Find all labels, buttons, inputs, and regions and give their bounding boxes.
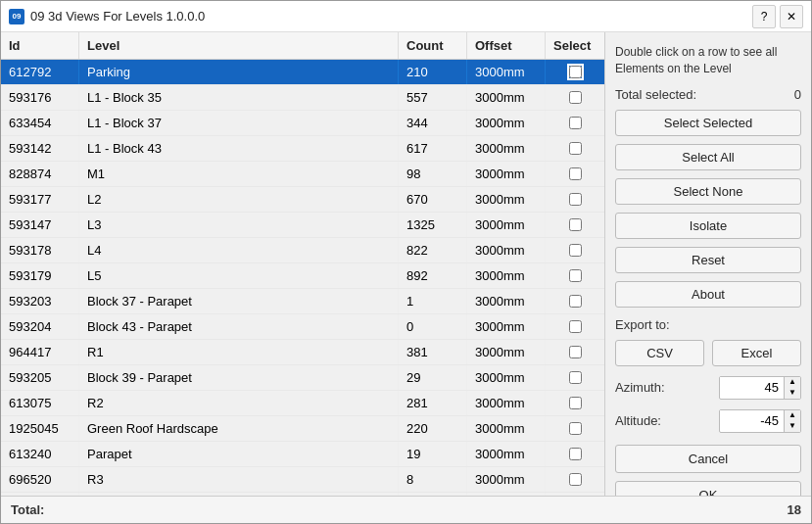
cell-offset: 3000mm (467, 365, 546, 390)
row-checkbox[interactable] (569, 448, 582, 460)
help-button[interactable]: ? (752, 5, 776, 28)
table-row[interactable]: 633454 L1 - Block 37 344 3000mm (1, 111, 604, 136)
row-checkbox[interactable] (569, 91, 582, 104)
cell-offset: 3000mm (467, 314, 546, 339)
title-bar: 09 09 3d Views For Levels 1.0.0.0 ? ✕ (1, 1, 811, 32)
cell-select (546, 468, 604, 491)
table-row[interactable]: 613075 R2 281 3000mm (1, 391, 604, 416)
cancel-button[interactable]: Cancel (615, 445, 801, 473)
cell-id: 593177 (1, 187, 79, 212)
table-row[interactable]: 1925045 Green Roof Hardscape 220 3000mm (1, 416, 604, 442)
total-selected-label: Total selected: (615, 87, 696, 102)
cell-level: L3 (79, 213, 399, 237)
altitude-input[interactable] (720, 410, 784, 431)
azimuth-up-button[interactable]: ▲ (785, 377, 800, 388)
row-checkbox[interactable] (569, 473, 582, 486)
reset-button[interactable]: Reset (615, 247, 801, 273)
row-checkbox[interactable] (569, 295, 582, 308)
row-checkbox[interactable] (569, 371, 582, 384)
table-row[interactable]: 593177 L2 670 3000mm (1, 187, 604, 213)
table-row[interactable]: 593142 L1 - Block 43 617 3000mm (1, 136, 604, 162)
table-row[interactable]: 593203 Block 37 - Parapet 1 3000mm (1, 289, 604, 314)
row-checkbox[interactable] (569, 142, 582, 155)
select-all-button[interactable]: Select All (615, 144, 801, 170)
cell-count: 381 (399, 340, 467, 364)
cell-offset: 3000mm (467, 391, 546, 415)
azimuth-label: Azimuth: (615, 380, 674, 395)
table-row[interactable]: 593179 L5 892 3000mm (1, 263, 604, 289)
altitude-spin: ▲ ▼ (784, 410, 800, 432)
row-checkbox[interactable] (569, 346, 582, 358)
cell-level: Block 39 - Parapet (79, 365, 399, 390)
table-row[interactable]: 696520 R3 8 3000mm (1, 467, 604, 493)
cell-count: 29 (399, 365, 467, 390)
table-row[interactable]: 612792 Parking 210 3000mm (1, 60, 604, 85)
table-row[interactable]: 593204 Block 43 - Parapet 0 3000mm (1, 314, 604, 340)
cell-count: 1 (399, 289, 467, 313)
cell-count: 344 (399, 111, 467, 135)
azimuth-spin: ▲ ▼ (784, 377, 800, 399)
row-checkbox[interactable] (569, 117, 582, 129)
row-checkbox[interactable] (569, 244, 582, 257)
table-row[interactable]: 828874 M1 98 3000mm (1, 162, 604, 187)
close-button[interactable]: ✕ (780, 5, 803, 28)
altitude-up-button[interactable]: ▲ (785, 410, 800, 421)
total-selected-row: Total selected: 0 (615, 87, 801, 102)
cell-level: R2 (79, 391, 399, 415)
cell-offset: 3000mm (467, 442, 546, 466)
col-header-offset: Offset (467, 32, 546, 59)
table-row[interactable]: 593176 L1 - Block 35 557 3000mm (1, 85, 604, 111)
select-selected-button[interactable]: Select Selected (615, 110, 801, 136)
cell-id: 1925045 (1, 416, 79, 441)
cell-select (546, 239, 604, 262)
col-header-count: Count (399, 32, 467, 59)
row-checkbox[interactable] (569, 422, 582, 435)
azimuth-input[interactable] (720, 377, 784, 398)
row-checkbox[interactable] (569, 193, 582, 206)
cell-id: 593142 (1, 136, 79, 161)
table-row[interactable]: 593147 L3 1325 3000mm (1, 213, 604, 238)
row-checkbox[interactable] (569, 320, 582, 333)
cell-level: Parking (79, 60, 399, 84)
cell-select (546, 163, 604, 185)
cell-level: Parapet (79, 442, 399, 466)
cell-level: M1 (79, 162, 399, 186)
cell-level: L2 (79, 187, 399, 212)
table-row[interactable]: 593205 Block 39 - Parapet 29 3000mm (1, 365, 604, 391)
azimuth-input-wrap: ▲ ▼ (719, 376, 801, 400)
about-button[interactable]: About (615, 281, 801, 308)
azimuth-down-button[interactable]: ▼ (785, 388, 800, 399)
cell-count: 98 (399, 162, 467, 186)
altitude-input-wrap: ▲ ▼ (719, 409, 801, 433)
table-row[interactable]: 613240 Parapet 19 3000mm (1, 442, 604, 467)
cell-level: L4 (79, 238, 399, 262)
row-checkbox[interactable] (569, 269, 582, 282)
csv-button[interactable]: CSV (615, 340, 704, 366)
cell-id: 593178 (1, 238, 79, 262)
row-checkbox[interactable] (569, 66, 582, 78)
row-checkbox[interactable] (569, 397, 582, 409)
cell-level: Block 43 - Parapet (79, 314, 399, 339)
table-row[interactable]: 593178 L4 822 3000mm (1, 238, 604, 263)
isolate-button[interactable]: Isolate (615, 213, 801, 239)
cell-offset: 3000mm (467, 238, 546, 262)
row-checkbox[interactable] (569, 218, 582, 231)
row-checkbox[interactable] (569, 167, 582, 180)
table-section: Id Level Count Offset Select 612792 Park… (1, 32, 605, 496)
cell-offset: 3000mm (467, 467, 546, 492)
table-row[interactable]: 964417 R1 381 3000mm (1, 340, 604, 365)
select-none-button[interactable]: Select None (615, 178, 801, 205)
hint-text: Double click on a row to see all Element… (615, 44, 801, 77)
excel-button[interactable]: Excel (712, 340, 801, 366)
cell-count: 8 (399, 467, 467, 492)
cell-level: L1 - Block 35 (79, 85, 399, 110)
main-content: Id Level Count Offset Select 612792 Park… (1, 32, 811, 496)
cell-level: R1 (79, 340, 399, 364)
cell-offset: 3000mm (467, 85, 546, 110)
cell-id: 593203 (1, 289, 79, 313)
ok-button[interactable]: OK (615, 481, 801, 496)
cell-level: Block 37 - Parapet (79, 289, 399, 313)
cell-offset: 3000mm (467, 111, 546, 135)
altitude-down-button[interactable]: ▼ (785, 421, 800, 432)
table-body[interactable]: 612792 Parking 210 3000mm 593176 L1 - Bl… (1, 60, 604, 496)
